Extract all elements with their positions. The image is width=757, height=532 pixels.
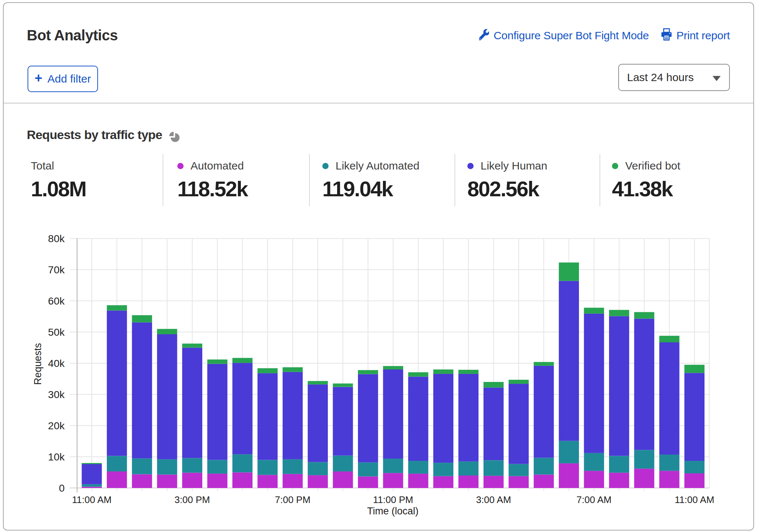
svg-text:Requests: Requests — [32, 343, 43, 385]
svg-text:50k: 50k — [48, 327, 65, 338]
svg-text:60k: 60k — [48, 295, 65, 307]
svg-text:40k: 40k — [48, 358, 65, 369]
svg-text:11:00 PM: 11:00 PM — [373, 494, 413, 505]
svg-text:Time (local): Time (local) — [367, 506, 419, 517]
svg-text:30k: 30k — [48, 389, 65, 400]
svg-text:10k: 10k — [48, 451, 65, 463]
svg-text:3:00 AM: 3:00 AM — [476, 494, 511, 505]
svg-text:11:00 AM: 11:00 AM — [675, 494, 714, 505]
svg-text:11:00 AM: 11:00 AM — [72, 494, 112, 505]
svg-text:70k: 70k — [48, 264, 65, 276]
svg-text:80k: 80k — [48, 233, 65, 244]
svg-text:7:00 AM: 7:00 AM — [576, 494, 611, 505]
svg-text:20k: 20k — [48, 420, 65, 431]
svg-text:0: 0 — [59, 482, 65, 494]
svg-text:7:00 PM: 7:00 PM — [275, 494, 311, 505]
svg-text:3:00 PM: 3:00 PM — [174, 494, 210, 505]
